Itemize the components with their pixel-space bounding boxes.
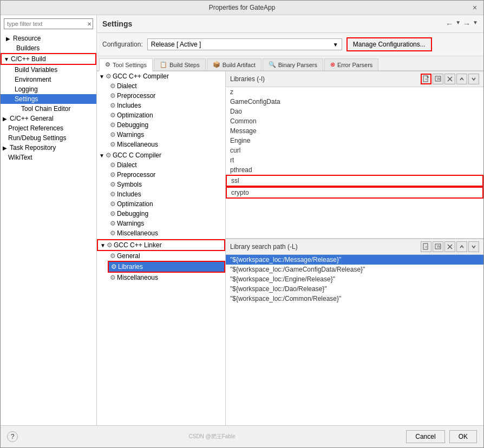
path-item-dao[interactable]: "${workspace_loc:/Dao/Release}" — [226, 284, 483, 294]
lib-item-curl[interactable]: curl — [226, 146, 483, 155]
tab-tool-settings[interactable]: ⚙ Tool Settings — [99, 58, 153, 71]
search-input[interactable] — [4, 18, 93, 29]
gcc-cpp-linker-items: ⚙General ⚙Libraries ⚙Miscellaneous — [97, 251, 225, 282]
ltree-c-includes[interactable]: ⚙Includes — [108, 189, 225, 199]
lib-move-down-button[interactable] — [468, 74, 479, 84]
ltree-dialect[interactable]: ⚙Dialect — [108, 81, 225, 91]
sidebar-item-resource[interactable]: ▶ Resource — [1, 34, 96, 43]
ltree-preprocessor[interactable]: ⚙Preprocessor — [108, 91, 225, 101]
ltree-linker-general[interactable]: ⚙General — [108, 251, 225, 261]
group-label: GCC C Compiler — [113, 151, 161, 159]
nav-back-icon[interactable]: ← — [446, 19, 453, 28]
item-icon: ⚙ — [110, 252, 116, 260]
add-file-icon: + — [422, 243, 430, 251]
ltree-optimization[interactable]: ⚙Optimization — [108, 110, 225, 120]
sidebar-item-build-variables[interactable]: Build Variables — [1, 65, 96, 75]
item-icon: ⚙ — [110, 92, 116, 100]
lib-item-crypto[interactable]: crypto — [226, 187, 483, 199]
gcc-cpp-linker-group[interactable]: ▼ ⚙ GCC C++ Linker — [97, 239, 225, 251]
item-icon: ⚙ — [110, 200, 116, 208]
sidebar-item-environment[interactable]: Environment — [1, 75, 96, 84]
help-button[interactable]: ? — [7, 431, 18, 442]
sidebar-item-toolchain-editor[interactable]: Tool Chain Editor — [1, 104, 96, 114]
ltree-c-symbols[interactable]: ⚙Symbols — [108, 180, 225, 189]
tab-binary-parsers[interactable]: 🔍 Binary Parsers — [263, 58, 323, 70]
nav-dropdown2-icon[interactable]: ▼ — [473, 19, 478, 28]
lib-item-pthread[interactable]: pthread — [226, 165, 483, 175]
lib-item-gameconfigdata[interactable]: GameConfigData — [226, 97, 483, 107]
ltree-warnings[interactable]: ⚙Warnings — [108, 130, 225, 140]
sidebar-item-cpp-general[interactable]: ▶ C/C++ General — [1, 114, 96, 123]
settings-title: Settings — [102, 19, 132, 28]
ltree-c-debugging[interactable]: ⚙Debugging — [108, 209, 225, 219]
lib-item-ssl[interactable]: ssl — [226, 175, 483, 187]
tabs-bar: ⚙ Tool Settings 📋 Build Steps 📦 Build Ar… — [97, 56, 483, 71]
path-item-common[interactable]: "${workspace_loc:/Common/Release}" — [226, 294, 483, 304]
close-button[interactable]: × — [470, 3, 479, 12]
config-dropdown[interactable]: Release [ Active ] ▼ — [147, 38, 342, 50]
sidebar-item-wikitext[interactable]: WikiText — [1, 153, 96, 162]
lib-item-dao[interactable]: Dao — [226, 107, 483, 116]
titlebar: Properties for GateApp × — [1, 1, 483, 15]
ltree-includes[interactable]: ⚙Includes — [108, 101, 225, 110]
path-item-gameconfigdata[interactable]: "${workspace_loc:/GameConfigData/Release… — [226, 265, 483, 274]
path-item-engine[interactable]: "${workspace_loc:/Engine/Release}" — [226, 274, 483, 284]
lib-add-workspace-button[interactable]: W — [433, 74, 443, 84]
compiler-icon: ⚙ — [106, 73, 112, 80]
lib-delete-button[interactable] — [444, 74, 455, 84]
ltree-c-dialect[interactable]: ⚙Dialect — [108, 160, 225, 170]
item-icon: ⚙ — [110, 82, 116, 90]
search-clear-icon[interactable]: ✕ — [87, 21, 91, 27]
sidebar-label: Logging — [15, 85, 38, 93]
lib-item-common[interactable]: Common — [226, 116, 483, 126]
sidebar-item-cpp-build[interactable]: ▼ C/C++ Build — [1, 53, 96, 65]
path-delete-button[interactable] — [444, 241, 455, 252]
ok-button[interactable]: OK — [449, 430, 477, 443]
ltree-linker-miscellaneous[interactable]: ⚙Miscellaneous — [108, 273, 225, 282]
group-label: GCC C++ Linker — [114, 241, 162, 249]
path-move-down-button[interactable] — [468, 241, 479, 252]
lib-item-z[interactable]: z — [226, 87, 483, 97]
path-add-button[interactable]: + — [421, 241, 431, 252]
ltree-c-optimization[interactable]: ⚙Optimization — [108, 199, 225, 209]
config-bar: Configuration: Release [ Active ] ▼ Mana… — [97, 33, 483, 56]
lib-search-path-title: Library search path (-L) — [230, 243, 298, 251]
tab-build-steps[interactable]: 📋 Build Steps — [154, 58, 206, 70]
tab-error-parsers[interactable]: ⊗ Error Parsers — [324, 58, 378, 70]
lib-add-button[interactable]: + — [421, 74, 431, 84]
ltree-c-warnings[interactable]: ⚙Warnings — [108, 219, 225, 228]
sidebar: ✕ ▶ Resource Builders ▼ C/C++ Build — [1, 15, 97, 425]
ltree-c-miscellaneous[interactable]: ⚙Miscellaneous — [108, 228, 225, 238]
path-item-message[interactable]: "${workspace_loc:/Message/Release}" — [226, 255, 483, 265]
cancel-button[interactable]: Cancel — [406, 430, 444, 443]
right-content-panel: Libraries (-l) + — [226, 71, 483, 425]
gcc-c-compiler-group[interactable]: ▼ ⚙ GCC C Compiler — [97, 150, 225, 160]
lib-item-message[interactable]: Message — [226, 126, 483, 136]
sidebar-item-settings[interactable]: Settings — [1, 94, 96, 104]
path-move-up-button[interactable] — [456, 241, 467, 252]
sidebar-item-builders[interactable]: Builders — [1, 43, 96, 53]
ltree-linker-libraries[interactable]: ⚙Libraries — [108, 261, 225, 273]
path-add-workspace-button[interactable]: W — [433, 241, 443, 252]
ltree-miscellaneous[interactable]: ⚙Miscellaneous — [108, 140, 225, 149]
nav-forward-icon[interactable]: → — [463, 19, 470, 28]
ltree-debugging[interactable]: ⚙Debugging — [108, 120, 225, 130]
lib-move-up-button[interactable] — [456, 74, 467, 84]
manage-configurations-button[interactable]: Manage Configurations... — [346, 37, 432, 51]
nav-dropdown-icon[interactable]: ▼ — [455, 19, 461, 28]
item-icon: ⚙ — [110, 111, 116, 119]
ltree-c-preprocessor[interactable]: ⚙Preprocessor — [108, 170, 225, 180]
sidebar-item-task-repository[interactable]: ▶ Task Repository — [1, 143, 96, 153]
delete-icon — [446, 75, 454, 83]
sidebar-item-project-references[interactable]: Project References — [1, 123, 96, 133]
svg-text:W: W — [437, 245, 441, 248]
lib-item-engine[interactable]: Engine — [226, 136, 483, 146]
gcc-cpp-compiler-group[interactable]: ▼ ⚙ GCC C++ Compiler — [97, 71, 225, 81]
move-up-icon — [458, 75, 466, 83]
sidebar-label: WikiText — [8, 154, 32, 161]
sidebar-item-logging[interactable]: Logging — [1, 84, 96, 94]
sidebar-item-run-debug[interactable]: Run/Debug Settings — [1, 133, 96, 143]
lib-item-rt[interactable]: rt — [226, 155, 483, 165]
tab-icon: 🔍 — [269, 61, 276, 68]
tab-build-artifact[interactable]: 📦 Build Artifact — [207, 58, 261, 70]
